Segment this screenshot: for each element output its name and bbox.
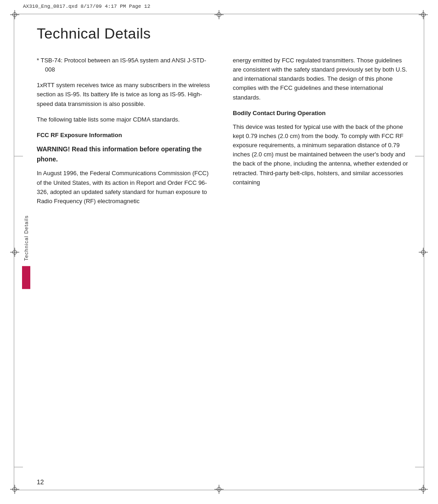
para-energy-fcc: energy emitted by FCC regulated transmit… [233, 56, 410, 102]
reg-mark-bottom-left [10, 485, 19, 494]
para-1xrtt: 1xRTT system receives twice as many subs… [37, 81, 214, 108]
sidebar: Technical Details [22, 215, 30, 289]
para-august-1996: In August 1996, the Federal Communicatio… [37, 169, 214, 206]
sidebar-label: Technical Details [23, 215, 29, 261]
header-text: AX310_Eng_0817.qxd 8/17/09 4:17 PM Page … [23, 4, 150, 9]
heading-warning: WARNING! Read this information before op… [37, 144, 214, 164]
h-rule-right-mid [415, 156, 424, 156]
header-bar: AX310_Eng_0817.qxd 8/17/09 4:17 PM Page … [23, 4, 415, 9]
h-rule-left-bottom [14, 467, 23, 467]
reg-mark-bottom-mid [214, 485, 224, 494]
sidebar-color-bar [22, 266, 30, 289]
page-title: Technical Details [37, 25, 410, 42]
main-content: Technical Details * TSB-74: Protocol bet… [37, 25, 410, 476]
reg-mark-top-mid [214, 10, 224, 19]
left-column: * TSB-74: Protocol between an IS-95A sys… [37, 56, 214, 212]
h-rule-right-bottom [415, 467, 424, 467]
heading-bodily-contact: Bodily Contact During Operation [233, 109, 410, 118]
heading-fcc-rf: FCC RF Exposure Information [37, 131, 214, 140]
reg-mark-top-right [419, 10, 428, 19]
reg-mark-mid-right [419, 248, 428, 257]
two-columns-layout: * TSB-74: Protocol between an IS-95A sys… [37, 56, 410, 212]
para-device-tested: This device was tested for typical use w… [233, 122, 410, 187]
bullet-tsb: * TSB-74: Protocol between an IS-95A sys… [37, 56, 214, 74]
para-following-table: The following table lists some major CDM… [37, 115, 214, 124]
reg-mark-bottom-right [419, 485, 428, 494]
reg-mark-mid-left [10, 248, 19, 257]
h-rule-left-mid [14, 156, 23, 156]
page-number: 12 [37, 478, 44, 486]
right-column: energy emitted by FCC regulated transmit… [233, 56, 410, 212]
reg-mark-top-left [10, 10, 19, 19]
